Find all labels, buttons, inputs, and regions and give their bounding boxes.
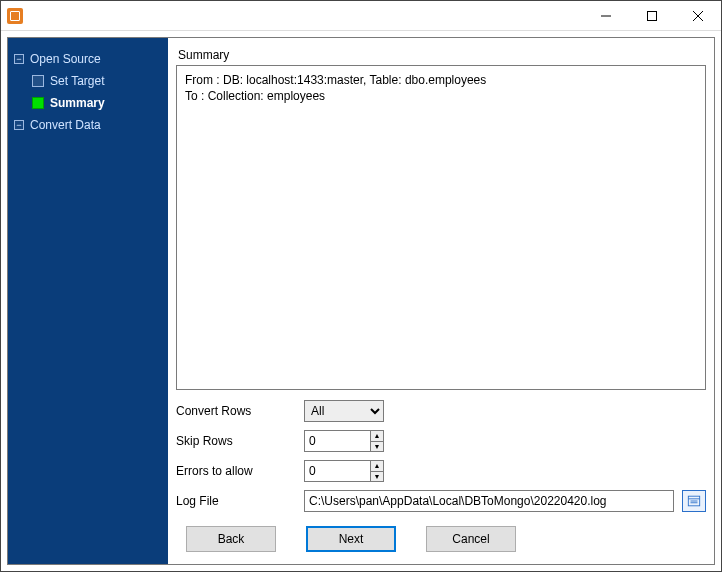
summary-textbox[interactable]: From : DB: localhost:1433:master, Table:… — [176, 65, 706, 390]
cancel-button[interactable]: Cancel — [426, 526, 516, 552]
row-skip-rows: Skip Rows ▲ ▼ — [176, 430, 706, 452]
row-convert-rows: Convert Rows All — [176, 400, 706, 422]
spinner-down-icon[interactable]: ▼ — [371, 442, 383, 452]
next-button[interactable]: Next — [306, 526, 396, 552]
browse-log-button[interactable] — [682, 490, 706, 512]
wizard-sidebar: − Open Source Set Target Summary − Conve… — [8, 38, 168, 564]
row-errors-allow: Errors to allow ▲ ▼ — [176, 460, 706, 482]
convert-rows-label: Convert Rows — [176, 404, 296, 418]
spinner-up-icon[interactable]: ▲ — [371, 431, 383, 442]
sidebar-item-label: Summary — [50, 96, 105, 110]
maximize-button[interactable] — [629, 1, 675, 30]
sidebar-item-open-source[interactable]: − Open Source — [14, 48, 162, 70]
log-file-label: Log File — [176, 494, 296, 508]
step-box-icon — [32, 97, 44, 109]
sidebar-item-summary[interactable]: Summary — [14, 92, 162, 114]
app-icon — [7, 8, 23, 24]
sidebar-item-label: Set Target — [50, 74, 104, 88]
wizard-buttons: Back Next Cancel — [176, 512, 706, 554]
errors-allow-label: Errors to allow — [176, 464, 296, 478]
sidebar-item-label: Convert Data — [30, 118, 101, 132]
sidebar-item-set-target[interactable]: Set Target — [14, 70, 162, 92]
tree-toggle-icon: − — [14, 54, 24, 64]
spinner-down-icon[interactable]: ▼ — [371, 472, 383, 482]
svg-rect-1 — [648, 11, 657, 20]
row-log-file: Log File — [176, 490, 706, 512]
back-button[interactable]: Back — [186, 526, 276, 552]
skip-rows-input[interactable] — [305, 431, 370, 451]
titlebar — [1, 1, 721, 31]
options-form: Convert Rows All Skip Rows ▲ ▼ — [176, 390, 706, 512]
main-panel: Summary From : DB: localhost:1433:master… — [168, 38, 714, 564]
close-button[interactable] — [675, 1, 721, 30]
app-window: − Open Source Set Target Summary − Conve… — [0, 0, 722, 572]
window-controls — [583, 1, 721, 30]
convert-rows-select[interactable]: All — [304, 400, 384, 422]
step-box-icon — [32, 75, 44, 87]
skip-rows-spinner[interactable]: ▲ ▼ — [304, 430, 384, 452]
sidebar-item-label: Open Source — [30, 52, 101, 66]
summary-title: Summary — [176, 42, 706, 65]
folder-icon — [687, 494, 701, 508]
spinner-up-icon[interactable]: ▲ — [371, 461, 383, 472]
skip-rows-label: Skip Rows — [176, 434, 296, 448]
errors-allow-input[interactable] — [305, 461, 370, 481]
tree-toggle-icon: − — [14, 120, 24, 130]
errors-allow-spinner[interactable]: ▲ ▼ — [304, 460, 384, 482]
minimize-button[interactable] — [583, 1, 629, 30]
body-area: − Open Source Set Target Summary − Conve… — [7, 37, 715, 565]
log-file-input[interactable] — [304, 490, 674, 512]
sidebar-item-convert-data[interactable]: − Convert Data — [14, 114, 162, 136]
